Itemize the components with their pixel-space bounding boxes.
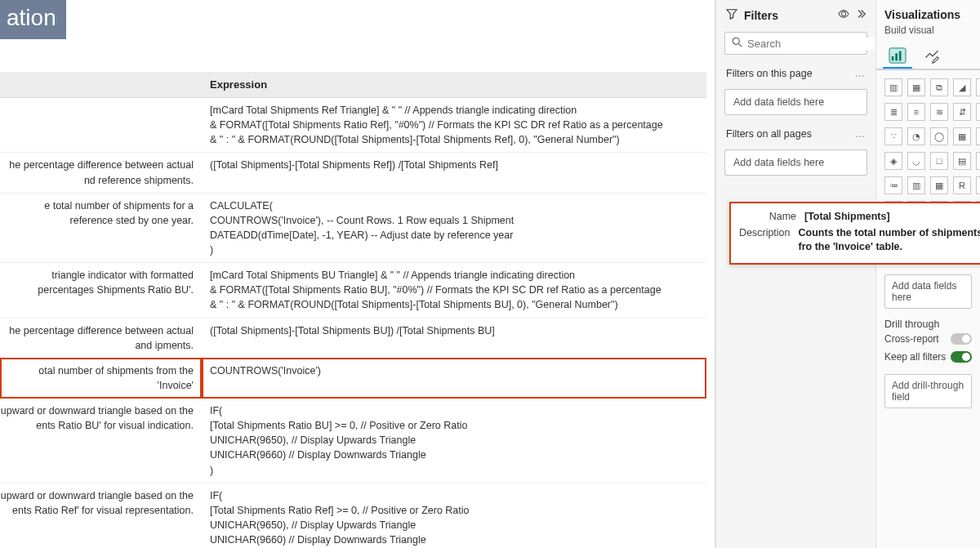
viz-type-py[interactable]: Py: [976, 176, 980, 194]
table-row[interactable]: he percentage difference between actual …: [0, 153, 706, 193]
svg-rect-5: [899, 51, 902, 61]
drill-through-label: Drill through: [884, 319, 972, 330]
filters-all-dropzone[interactable]: Add data fields here: [724, 149, 867, 176]
table-row[interactable]: he percentage difference between actual …: [0, 318, 706, 358]
viz-type-area[interactable]: ◢: [953, 78, 971, 96]
cell-expression: IF( [Total Shipments Ratio BU] >= 0, // …: [202, 399, 706, 483]
table-row[interactable]: e total number of shipments for a refere…: [0, 193, 706, 263]
drill-through-dropzone[interactable]: Add drill-through field: [884, 374, 972, 408]
cell-expression: CALCULATE( COUNTROWS('Invoice'), -- Coun…: [202, 193, 706, 263]
tooltip-name-value: [Total Shipments]: [804, 210, 980, 225]
table-row[interactable]: upward or downward triangle based on the…: [0, 483, 706, 548]
viz-type-map[interactable]: ⊞: [976, 127, 980, 145]
viz-type-funnel[interactable]: ▽: [976, 103, 980, 121]
viz-type-filled[interactable]: ◈: [884, 152, 902, 170]
viz-type-scatter[interactable]: ∵: [884, 127, 902, 145]
viz-type-matrix[interactable]: ▦: [930, 176, 948, 194]
viz-type-treemap[interactable]: ▦: [953, 127, 971, 145]
viz-subtitle: Build visual: [876, 25, 980, 41]
filters-title: Filters: [744, 9, 831, 22]
table-row[interactable]: upward or downward triangle based on the…: [0, 399, 706, 483]
visualizations-pane: Visualizations Build visual ▥▦⧉◢⧫≣≡≋⇵▽∵◔…: [875, 0, 980, 548]
tab-format-visual[interactable]: [920, 44, 943, 67]
cross-report-label: Cross-report: [884, 333, 939, 345]
viz-type-bar[interactable]: ▥: [884, 78, 902, 96]
cross-report-toggle[interactable]: [951, 333, 972, 345]
cell-expression: ([Total Shipments]-[Total Shipments BU])…: [202, 318, 706, 358]
viz-type-waterfall[interactable]: ⇵: [953, 103, 971, 121]
eye-icon[interactable]: [838, 8, 849, 22]
funnel-icon: [726, 8, 737, 22]
svg-line-1: [739, 44, 742, 47]
cell-description: he percentage difference between actual …: [0, 153, 202, 193]
viz-type-ribbon[interactable]: ≋: [930, 103, 948, 121]
viz-type-donut[interactable]: ◯: [930, 127, 948, 145]
keep-filters-label: Keep all filters: [884, 351, 946, 363]
ellipsis-icon[interactable]: …: [855, 128, 866, 140]
ellipsis-icon[interactable]: …: [855, 68, 866, 79]
cell-description: he percentage difference between actual …: [0, 318, 202, 358]
expand-icon[interactable]: [856, 9, 866, 21]
viz-type-stacked2[interactable]: ≡: [907, 103, 925, 121]
viz-type-stacked[interactable]: ≣: [884, 103, 902, 121]
viz-type-gauge[interactable]: ◡: [907, 152, 925, 170]
table-row[interactable]: triangle indicator with formatted percen…: [0, 263, 706, 318]
filters-search[interactable]: [724, 32, 867, 55]
values-dropzone[interactable]: Add data fields here: [884, 274, 972, 309]
cell-expression: COUNTROWS('Invoice'): [202, 358, 706, 398]
measure-tooltip: Name [Total Shipments] Description Count…: [729, 202, 980, 265]
cell-description: upward or downward triangle based on the…: [0, 399, 202, 483]
viz-type-combo[interactable]: ⧫: [976, 78, 980, 96]
cell-description: e total number of shipments for a refere…: [0, 193, 202, 263]
cell-description: otal number of shipments from the 'Invoi…: [0, 358, 202, 398]
cell-expression: IF( [Total Shipments Ratio Ref] >= 0, //…: [202, 483, 706, 548]
table-row[interactable]: otal number of shipments from the 'Invoi…: [0, 358, 706, 398]
filters-search-input[interactable]: [747, 38, 884, 50]
cell-expression: [mCard Total Shipments BU Triangle] & " …: [202, 263, 706, 318]
cell-expression: [mCard Total Shipments Ref Triangle] & "…: [202, 98, 706, 153]
filters-page-dropzone[interactable]: Add data fields here: [724, 89, 867, 115]
report-canvas[interactable]: ation Expression [mCard Total Shipments …: [0, 0, 715, 548]
tooltip-desc-label: Description: [739, 226, 791, 255]
col-description-header: [0, 72, 202, 98]
filters-on-page-label: Filters on this page: [726, 68, 813, 79]
cell-expression: ([Total Shipments]-[Total Shipments Ref]…: [202, 153, 706, 193]
cell-description: [0, 98, 202, 153]
viz-type-line[interactable]: ⧉: [930, 78, 948, 96]
filters-pane: Filters Filters on this page …: [715, 0, 875, 548]
filters-on-all-label: Filters on all pages: [726, 128, 812, 140]
tooltip-desc-value: Counts the total number of shipments fro…: [799, 226, 980, 255]
tooltip-name-label: Name: [739, 210, 796, 225]
viz-type-slicer[interactable]: ≔: [884, 176, 902, 194]
svg-rect-4: [895, 53, 898, 60]
viz-type-table[interactable]: ▥: [907, 176, 925, 194]
viz-title: Visualizations: [884, 8, 972, 21]
viz-type-kpi[interactable]: ◆: [976, 152, 980, 170]
table-header-row: Expression: [0, 72, 706, 98]
viz-type-multi[interactable]: ▤: [953, 152, 971, 170]
cell-description: upward or downward triangle based on the…: [0, 483, 202, 548]
viz-type-col[interactable]: ▦: [907, 78, 925, 96]
col-expression-header: Expression: [202, 72, 706, 98]
measures-table[interactable]: Expression [mCard Total Shipments Ref Tr…: [0, 72, 706, 548]
viz-type-rscript[interactable]: R: [953, 176, 971, 194]
svg-rect-3: [892, 56, 894, 60]
page-title-fragment: ation: [0, 0, 66, 39]
search-icon: [732, 37, 742, 50]
cell-description: triangle indicator with formatted percen…: [0, 263, 202, 318]
svg-point-0: [733, 38, 739, 44]
table-row[interactable]: [mCard Total Shipments Ref Triangle] & "…: [0, 98, 706, 153]
tab-build-visual[interactable]: [886, 44, 909, 67]
viz-type-card[interactable]: □: [930, 152, 948, 170]
keep-filters-toggle[interactable]: [951, 351, 972, 363]
viz-type-pie[interactable]: ◔: [907, 127, 925, 145]
